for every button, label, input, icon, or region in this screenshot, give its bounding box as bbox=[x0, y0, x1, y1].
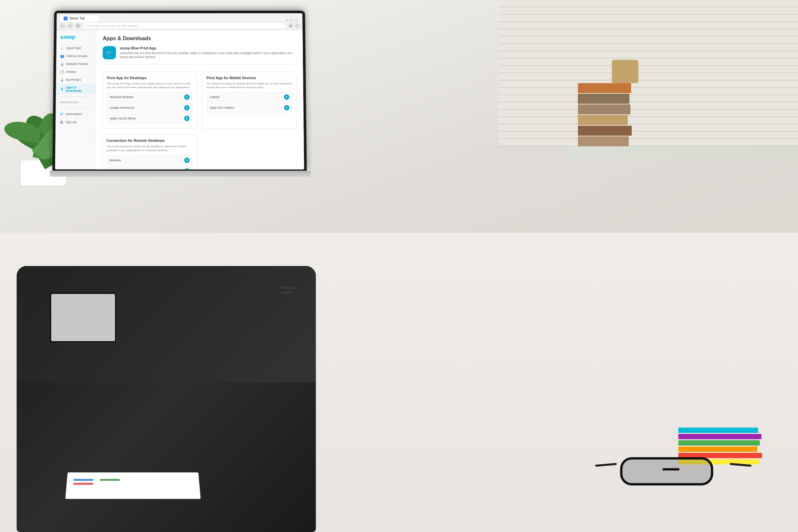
my-printers-icon: 🖨 bbox=[60, 78, 64, 82]
download-item-android: Android ⬇ bbox=[207, 92, 292, 102]
download-item-connector-windows: Windows ⬇ bbox=[107, 156, 193, 165]
sidebar-item-sign-out[interactable]: ⏻ Sign out bbox=[56, 118, 95, 126]
sidebar-logo: ezeep bbox=[57, 34, 96, 44]
browser-tab[interactable]: Neuer Tab bbox=[59, 15, 99, 22]
sidebar-nav: ⌂ Quick Start 👥 Users & Groups 🖨 Network… bbox=[56, 44, 96, 94]
laptop-base bbox=[50, 171, 311, 176]
download-android-btn[interactable]: ⬇ bbox=[284, 94, 289, 100]
browser-minimize-btn[interactable] bbox=[285, 18, 289, 22]
sidebar-bottom-nav: 💎 Subscription ⏻ Sign out bbox=[56, 110, 95, 126]
sidebar-item-label: Network Printers bbox=[66, 62, 88, 65]
apps-downloads-icon: ⬇ bbox=[60, 87, 64, 91]
printer-screen bbox=[50, 292, 116, 342]
download-item-chromeos: Google Chrome OS ⬇ bbox=[107, 103, 192, 112]
download-connector-macos-btn[interactable]: ⬇ bbox=[184, 168, 190, 169]
sidebar-item-label: Policies bbox=[66, 70, 76, 74]
app-card-title: ezeep Blue Print App bbox=[120, 46, 296, 50]
sidebar-item-label: Sign out bbox=[65, 120, 76, 124]
sections-grid: Print App for Desktops The ezeep Print A… bbox=[102, 72, 298, 169]
section-desktop-title: Print App for Desktops bbox=[107, 76, 192, 80]
sign-out-icon: ⏻ bbox=[59, 120, 63, 124]
sidebar-item-label: Quick Start bbox=[66, 46, 81, 50]
download-chromeos-btn[interactable]: ⬇ bbox=[184, 105, 190, 110]
download-item-windows: Microsoft Windows ⬇ bbox=[107, 92, 192, 102]
background-scene: ● Wireless ⊙ ePrint Neuer Tab bbox=[0, 0, 798, 532]
browser-close-btn[interactable] bbox=[294, 18, 298, 22]
browser-maximize-btn[interactable] bbox=[290, 18, 293, 22]
app-card-text: ezeep Blue Print App ezeep Blue lets you… bbox=[120, 46, 296, 59]
sidebar: ezeep ⌂ Quick Start 👥 Users & Groups bbox=[55, 30, 96, 169]
section-desktop: Print App for Desktops The ezeep Print A… bbox=[102, 72, 197, 129]
laptop-screen: Neuer Tab ← → ↻ Mi bbox=[55, 13, 304, 170]
app-layout: ezeep ⌂ Quick Start 👥 Users & Groups bbox=[55, 30, 304, 169]
download-item-macos: Apple macOS (Beta) ⬇ bbox=[107, 114, 192, 123]
app-card-description: ezeep Blue lets you print documents from… bbox=[120, 52, 296, 59]
address-bar[interactable]: Mit Google suchen oder eine URL eingeben bbox=[83, 23, 286, 29]
download-connector-windows-btn[interactable]: ⬇ bbox=[184, 158, 190, 163]
printer: ● Wireless ⊙ ePrint bbox=[17, 266, 316, 532]
sidebar-item-policies[interactable]: 📋 Policies bbox=[56, 68, 96, 76]
sidebar-divider bbox=[60, 96, 92, 97]
books-stack bbox=[578, 83, 632, 147]
sidebar-item-my-printers[interactable]: 🖨 My Printers bbox=[56, 76, 95, 84]
glasses bbox=[615, 452, 732, 492]
sidebar-item-label: Apps & Downloads bbox=[66, 86, 92, 92]
back-button[interactable]: ← bbox=[59, 23, 65, 29]
bird-icon: 🐦 bbox=[105, 49, 113, 57]
sidebar-item-label: My Printers bbox=[66, 78, 81, 81]
sidebar-item-label: Users & Groups bbox=[66, 54, 88, 58]
download-windows-btn[interactable]: ⬇ bbox=[184, 94, 190, 100]
network-printers-icon: 🖨 bbox=[60, 62, 64, 66]
basket bbox=[612, 60, 639, 83]
section-mobile-title: Print App for Mobile Devices bbox=[207, 76, 292, 80]
download-macos-btn[interactable]: ⬇ bbox=[184, 116, 190, 121]
browser-chrome: Neuer Tab ← → ↻ Mi bbox=[57, 13, 303, 30]
printer-paper bbox=[65, 473, 201, 499]
section-connectors: Connectors for Remote Desktops The ezeep… bbox=[102, 134, 197, 170]
quick-start-icon: ⌂ bbox=[60, 46, 64, 50]
sidebar-item-subscription[interactable]: 💎 Subscription bbox=[56, 110, 95, 118]
section-connectors-title: Connectors for Remote Desktops bbox=[107, 139, 192, 142]
laptop: Neuer Tab ← → ↻ Mi bbox=[52, 11, 307, 177]
bookmark-btn[interactable]: ★ bbox=[288, 23, 293, 28]
section-desktop-desc: The ezeep Print App creates your ezeep p… bbox=[107, 82, 192, 89]
app-card: 🐦 ezeep Blue Print App ezeep Blue lets y… bbox=[103, 46, 297, 65]
sidebar-item-label: Subscription bbox=[65, 112, 82, 116]
forward-button[interactable]: → bbox=[67, 23, 73, 29]
download-item-ios: Apple iOS / iPadOS ⬇ bbox=[207, 103, 292, 112]
tab-label: Neuer Tab bbox=[70, 17, 85, 20]
subscription-icon: 💎 bbox=[59, 112, 63, 116]
users-icon: 👥 bbox=[60, 54, 64, 58]
reload-button[interactable]: ↻ bbox=[75, 23, 81, 29]
sidebar-item-quick-start[interactable]: ⌂ Quick Start bbox=[56, 44, 96, 52]
sidebar-username: Shodha Hashim bbox=[56, 99, 95, 106]
app-icon: 🐦 bbox=[103, 46, 116, 59]
sidebar-item-users-groups[interactable]: 👥 Users & Groups bbox=[56, 52, 96, 60]
sidebar-item-network-printers[interactable]: 🖨 Network Printers bbox=[56, 60, 96, 68]
tab-favicon bbox=[63, 16, 68, 20]
laptop-bezel: Neuer Tab ← → ↻ Mi bbox=[52, 11, 307, 171]
page-title: Apps & Downloads bbox=[103, 36, 296, 41]
section-connectors-desc: The ezeep Connectors below can be instal… bbox=[107, 145, 192, 152]
download-ios-btn[interactable]: ⬇ bbox=[284, 105, 289, 110]
section-mobile-desc: The ezeep Print Apps for Android and iOS… bbox=[207, 82, 292, 89]
window-blinds bbox=[499, 0, 798, 166]
main-content: Apps & Downloads 🐦 ezeep Blue Print App … bbox=[95, 30, 304, 169]
section-mobile: Print App for Mobile Devices The ezeep P… bbox=[202, 72, 297, 129]
download-item-connector-macos: macOS ⬇ bbox=[106, 166, 192, 169]
policies-icon: 📋 bbox=[60, 70, 64, 74]
sidebar-item-apps-downloads[interactable]: ⬇ Apps & Downloads bbox=[56, 84, 95, 94]
settings-btn[interactable]: ⋮ bbox=[294, 23, 300, 28]
